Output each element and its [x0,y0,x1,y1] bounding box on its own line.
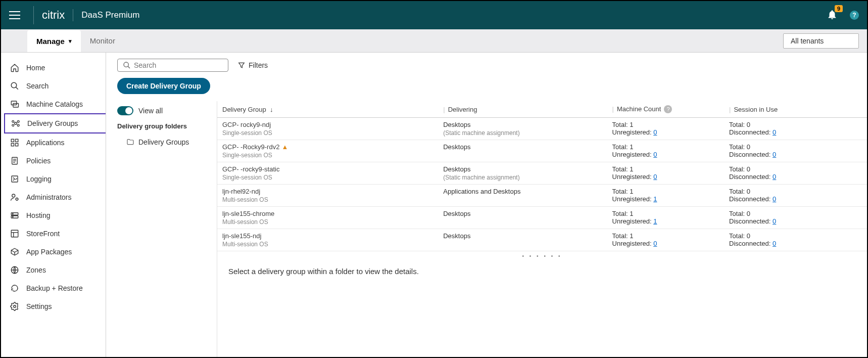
session-disconnected: Disconnected: 0 [729,240,862,247]
sidebar-item-label: Home [26,64,45,72]
help-icon[interactable]: ? [664,105,672,113]
column-header-session-in-use[interactable]: |Session in Use [724,101,867,118]
session-disconnected: Disconnected: 0 [729,195,862,203]
sidebar-item-search[interactable]: Search [1,77,106,95]
sidebar-item-settings[interactable]: Settings [1,297,106,316]
table-row[interactable]: GCP- -Rocky9-rdv2▲Single-session OSDeskt… [217,140,867,162]
sidebar-item-policies[interactable]: Policies [1,152,106,170]
backup-icon [10,284,19,293]
column-header-delivering[interactable]: |Delivering [438,101,607,118]
tab-manage[interactable]: Manage ▾ [27,30,81,52]
top-bar: citrix DaaS Premium 9 ? [1,1,867,29]
filter-icon [237,61,246,69]
svg-line-1 [16,87,18,89]
left-sidebar: Home Search Machine Catalogs Delivery Gr… [1,53,106,357]
sidebar-item-app-packages[interactable]: App Packages [1,243,106,261]
unregistered-link[interactable]: 1 [653,195,657,203]
catalog-icon [10,100,19,109]
disconnected-link[interactable]: 0 [773,128,776,136]
machine-total: Total: 1 [612,232,719,240]
machine-total: Total: 1 [612,165,719,173]
disconnected-link[interactable]: 0 [773,240,776,247]
delivery-groups-icon [11,119,20,128]
delivery-group-name: ljn-rhel92-ndj [222,188,433,195]
content-area: Filters Create Delivery Group View all D… [106,53,867,357]
column-header-delivery-group[interactable]: Delivery Group ↓ [217,101,438,118]
svg-point-22 [13,213,14,214]
sidebar-item-applications[interactable]: Applications [1,133,106,152]
sidebar-item-delivery-groups[interactable]: Delivery Groups [4,113,106,133]
session-disconnected: Disconnected: 0 [729,151,862,158]
table-row[interactable]: ljn-sle155-ndjMulti-session OSDesktopsTo… [217,229,867,251]
sidebar-item-home[interactable]: Home [1,59,106,77]
session-total: Total: 0 [729,188,862,195]
sub-nav: Manage ▾ Monitor All tenants [1,29,867,53]
table-row[interactable]: GCP- rocky9-ndjSingle-session OSDesktops… [217,118,867,140]
disconnected-link[interactable]: 0 [773,173,776,181]
svg-point-5 [12,120,14,122]
table-row[interactable]: ljn-rhel92-ndjMulti-session OSApplicatio… [217,185,867,207]
sidebar-item-storefront[interactable]: StoreFront [1,225,106,243]
unregistered-link[interactable]: 0 [653,128,657,136]
tab-monitor[interactable]: Monitor [81,29,124,52]
folder-item-delivery-groups[interactable]: Delivery Groups [117,136,209,148]
unregistered-link[interactable]: 0 [653,173,657,181]
pane-resize-handle[interactable]: • • • • • • [217,251,867,261]
delivering-value: Desktops [443,143,602,151]
sidebar-item-logging[interactable]: Logging [1,170,106,188]
svg-rect-2 [11,101,17,105]
sidebar-item-hosting[interactable]: Hosting [1,206,106,225]
delivering-value: Desktops [443,232,602,240]
divider [33,6,34,24]
sidebar-item-administrators[interactable]: Administrators [1,188,106,206]
tenant-selector[interactable]: All tenants [783,33,859,49]
svg-point-6 [17,120,19,122]
unregistered-link[interactable]: 0 [653,240,657,247]
brand-logo: citrix [42,9,65,22]
sidebar-item-label: Policies [26,157,51,165]
package-icon [10,247,19,256]
search-input-wrap[interactable] [117,59,228,72]
session-disconnected: Disconnected: 0 [729,217,862,225]
table-row[interactable]: GCP- -rocky9-staticSingle-session OSDesk… [217,162,867,185]
sidebar-item-backup-restore[interactable]: Backup + Restore [1,279,106,297]
sidebar-item-label: Applications [26,139,65,147]
disconnected-link[interactable]: 0 [773,217,776,225]
hamburger-menu[interactable] [9,7,25,23]
storefront-icon [10,229,19,238]
column-header-machine-count[interactable]: |Machine Count? [607,101,724,118]
unregistered-link[interactable]: 0 [653,151,657,158]
svg-rect-24 [11,230,18,237]
hosting-icon [10,211,19,220]
sidebar-item-zones[interactable]: Zones [1,261,106,279]
delivery-group-name: GCP- rocky9-ndj [222,121,433,128]
delivering-sub: (Static machine assignment) [443,174,602,181]
disconnected-link[interactable]: 0 [773,151,776,158]
help-icon[interactable]: ? [850,11,859,20]
filters-label: Filters [249,61,268,69]
warning-icon: ▲ [281,143,288,151]
delivering-value: Applications and Desktops [443,188,602,195]
sidebar-item-label: Administrators [26,193,71,201]
unregistered-link[interactable]: 1 [653,217,657,225]
column-drag-handle[interactable]: ⋮ [217,162,220,170]
machine-unregistered: Unregistered: 0 [612,151,719,158]
administrators-icon [10,193,19,202]
view-all-label: View all [138,107,163,115]
delivery-groups-table: Delivery Group ↓ |Delivering |Machine Co… [217,101,867,251]
bell-icon [827,14,838,22]
search-input[interactable] [134,61,223,69]
svg-point-19 [16,198,18,201]
session-total: Total: 0 [729,143,862,151]
disconnected-link[interactable]: 0 [773,195,776,203]
sidebar-item-machine-catalogs[interactable]: Machine Catalogs [1,95,106,113]
table-row[interactable]: ljn-sle155-chromeMulti-session OSDesktop… [217,207,867,229]
view-all-toggle[interactable] [117,106,133,115]
sidebar-item-label: Search [26,82,49,90]
create-delivery-group-button[interactable]: Create Delivery Group [117,78,210,94]
notifications-button[interactable]: 9 [827,9,838,22]
notification-badge: 9 [835,5,843,12]
svg-rect-11 [11,144,14,146]
table-pane: ⋮ Delivery Group ↓ |Delivering |Machine … [217,101,867,357]
filters-button[interactable]: Filters [237,61,268,69]
